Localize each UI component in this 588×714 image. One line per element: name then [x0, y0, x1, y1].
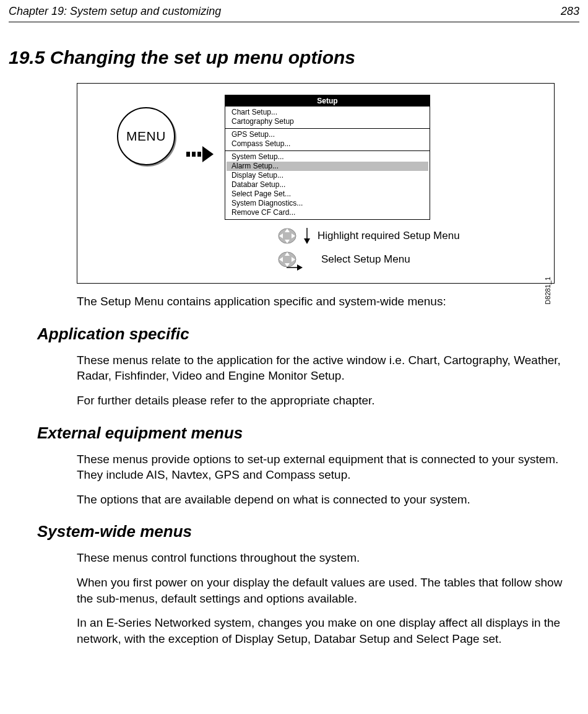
setup-item: Display Setup... [225, 171, 430, 180]
svg-rect-0 [186, 152, 190, 157]
setup-item: Compass Setup... [225, 139, 430, 149]
arrow-down-icon [303, 228, 311, 244]
paragraph: These menus provide options to set-up ex… [77, 451, 571, 483]
setup-item-highlighted: Alarm Setup... [227, 162, 428, 171]
paragraph: These menus relate to the application fo… [77, 352, 571, 384]
setup-item: Databar Setup... [225, 180, 430, 189]
setup-item: System Setup... [225, 152, 430, 162]
heading-app-specific: Application specific [37, 324, 579, 344]
svg-rect-2 [197, 152, 201, 157]
setup-item: GPS Setup... [225, 130, 430, 139]
setup-item: Cartography Setup [225, 117, 430, 126]
arrow-right-small-icon [287, 263, 303, 272]
hint-select: Select Setup Menu [321, 253, 410, 266]
setup-item: Select Page Set... [225, 189, 430, 199]
paragraph: In an E-Series Networked system, changes… [77, 615, 571, 647]
svg-rect-1 [192, 152, 196, 157]
paragraph: When you first power on your display the… [77, 575, 571, 606]
paragraph: The options that are available depend on… [77, 492, 571, 508]
setup-menu-box: Setup Chart Setup... Cartography Setup G… [225, 95, 430, 220]
menu-button: MENU [117, 107, 175, 165]
section-heading: 19.5 Changing the set up menu options [9, 47, 579, 68]
svg-marker-17 [297, 264, 303, 271]
trackpad-vertical-icon [278, 227, 296, 245]
svg-marker-10 [304, 238, 310, 244]
figure-id: D8281_1 [544, 277, 551, 305]
setup-item: System Diagnostics... [225, 199, 430, 208]
hint-highlight: Highlight required Setup Menu [318, 230, 460, 242]
chapter-title: Chapter 19: System setup and customizing [9, 5, 221, 18]
heading-system-wide: System-wide menus [37, 522, 579, 541]
paragraph: For further details please refer to the … [77, 393, 571, 409]
header-rule [9, 22, 579, 22]
intro-text: The Setup Menu contains application spec… [77, 294, 571, 310]
setup-menu-title: Setup [225, 95, 430, 107]
setup-item: Remove CF Card... [225, 208, 430, 217]
svg-marker-3 [202, 146, 214, 162]
arrow-right-icon [186, 146, 214, 162]
setup-item: Chart Setup... [225, 108, 430, 117]
paragraph: These menus control functions throughout… [77, 550, 571, 566]
figure-setup-menu: MENU Setup Chart Setup... Cartography Se… [77, 83, 555, 284]
page-number: 283 [561, 5, 579, 18]
heading-external: External equipment menus [37, 424, 579, 443]
